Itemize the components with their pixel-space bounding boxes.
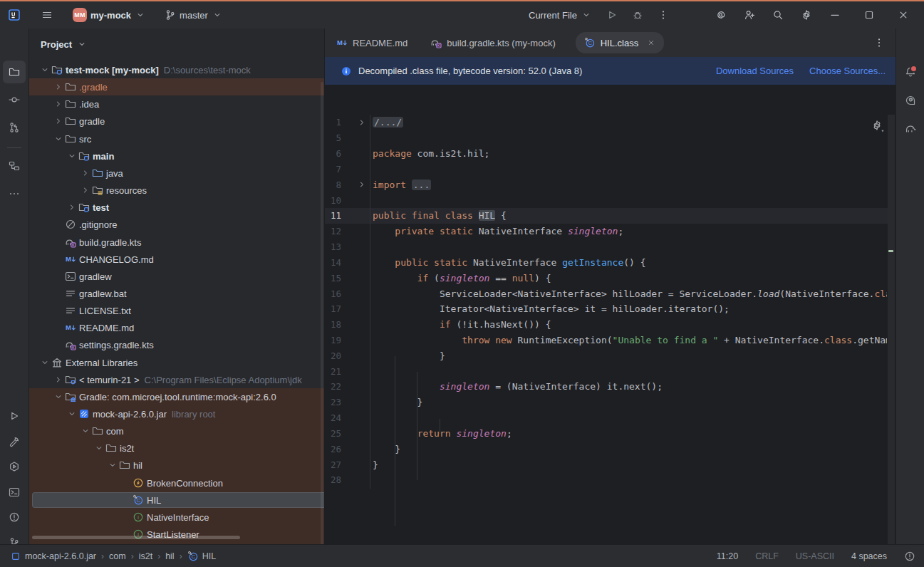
chevron-right-icon[interactable]: [52, 81, 64, 93]
tree-vertical-scrollbar[interactable]: [321, 82, 323, 544]
close-button[interactable]: [893, 5, 913, 25]
ai-assistant-tool-button[interactable]: [899, 89, 922, 112]
tree-horizontal-scrollbar[interactable]: [32, 536, 240, 539]
chevron-down-icon[interactable]: [106, 459, 118, 471]
more-tool-windows-tool-button[interactable]: [3, 182, 26, 205]
chevron-right-icon[interactable]: [79, 184, 91, 196]
search-everywhere-icon[interactable]: [768, 5, 788, 25]
chevron-down-icon[interactable]: [79, 425, 91, 437]
more-actions-icon[interactable]: [653, 5, 673, 25]
tree-row-test-mock-my-mock[interactable]: test-mock [my-mock]D:\sources\test-mock: [29, 61, 324, 78]
commit-tool-button[interactable]: [3, 88, 26, 111]
breadcrumb-item-is2t[interactable]: is2t: [139, 551, 152, 561]
close-tab-icon[interactable]: [645, 37, 657, 48]
tree-row-main[interactable]: main: [29, 147, 324, 165]
vcs-widget[interactable]: master: [165, 9, 223, 21]
tree-row-src[interactable]: src: [29, 130, 324, 147]
tree-row-resources[interactable]: resources: [29, 182, 324, 199]
chevron-down-icon[interactable]: [93, 442, 105, 454]
tree-row-com[interactable]: com: [29, 422, 324, 439]
tree-row-idea[interactable]: .idea: [29, 95, 324, 113]
tree-row-gradle-com-microej-tool-runtime-mock-api-2-6-0[interactable]: Gradle: com.microej.tool.runtime:mock-ap…: [29, 388, 324, 405]
problems-tool-button[interactable]: [3, 506, 26, 529]
tree-row-hil[interactable]: hil: [29, 457, 324, 474]
editor-vertical-scrollbar[interactable]: [888, 115, 895, 567]
folder-icon: [9, 66, 20, 78]
chevron-down-icon[interactable]: [52, 391, 64, 402]
tree-row-gradlew[interactable]: gradlew: [29, 268, 324, 285]
services-tool-button[interactable]: [3, 455, 26, 478]
tree-row-gitignore[interactable]: .gitignore: [29, 216, 324, 233]
choose-sources-link[interactable]: Choose Sources...: [809, 66, 886, 76]
project-widget[interactable]: MM my-mock: [73, 8, 146, 22]
indent-widget[interactable]: 4 spaces: [851, 551, 887, 561]
fold-marker-icon[interactable]: [356, 179, 368, 190]
folded-region[interactable]: /.../: [373, 117, 403, 128]
chevron-right-icon[interactable]: [66, 202, 78, 213]
maximize-button[interactable]: [859, 5, 879, 25]
tree-row-build-gradle-kts[interactable]: Kbuild.gradle.kts: [29, 234, 324, 251]
terminal-tool-button[interactable]: [3, 481, 26, 504]
project-panel-header[interactable]: Project: [41, 36, 88, 53]
tree-row-mock-api-2-6-0-jar[interactable]: mock-api-2.6.0.jarlibrary root: [29, 405, 324, 422]
editor-tab-readme-md[interactable]: MREADME.md: [325, 28, 419, 57]
tree-row-settings-gradle-kts[interactable]: Ksettings.gradle.kts: [29, 336, 324, 353]
settings-icon[interactable]: [796, 5, 816, 25]
breadcrumb-item-hil[interactable]: hil: [165, 551, 175, 561]
tree-row-nativeinterface[interactable]: INativeInterface: [29, 509, 324, 526]
structure-tool-button[interactable]: [3, 155, 26, 177]
editor-tab-build-gradle-kts-my-mock[interactable]: Kbuild.gradle.kts (my-mock): [419, 28, 566, 57]
code-with-me-icon[interactable]: [739, 5, 759, 25]
tree-row-gradlew-bat[interactable]: gradlew.bat: [29, 285, 324, 302]
tree-row-changelog-md[interactable]: MCHANGELOG.md: [29, 251, 324, 268]
chevron-down-icon[interactable]: [38, 64, 51, 76]
chevron-down-icon[interactable]: [52, 133, 64, 145]
tree-row-license-txt[interactable]: LICENSE.txt: [29, 302, 324, 319]
tree-row-external-libraries[interactable]: External Libraries: [29, 354, 324, 371]
tree-row-test[interactable]: test: [29, 199, 324, 216]
run-tool-button[interactable]: [3, 405, 26, 427]
encoding-widget[interactable]: US-ASCII: [796, 551, 834, 561]
chevron-right-icon[interactable]: [52, 374, 64, 385]
tree-row-is2t[interactable]: is2t: [29, 439, 324, 457]
editor-tab-hil-class[interactable]: CHIL.class: [576, 32, 664, 53]
run-button[interactable]: [602, 5, 622, 25]
notifications-tool-button[interactable]: [899, 61, 922, 83]
pull-requests-tool-button[interactable]: [3, 116, 26, 139]
debug-button[interactable]: [628, 5, 648, 25]
breadcrumb-item-com[interactable]: com: [109, 551, 126, 561]
caret-position-widget[interactable]: 11:20: [717, 551, 738, 561]
download-sources-link[interactable]: Download Sources: [716, 66, 794, 76]
tree-row-startlistener[interactable]: IStartListener: [29, 526, 324, 543]
chevron-down-icon[interactable]: [66, 408, 78, 420]
breadcrumb-item-mock-api-2-6-0-jar[interactable]: mock-api-2.6.0.jar: [10, 551, 96, 562]
fold-marker-icon[interactable]: [356, 117, 368, 128]
chevron-right-icon[interactable]: [52, 98, 64, 110]
chevron-right-icon[interactable]: [52, 115, 64, 127]
breadcrumb-item-hil[interactable]: CHIL: [187, 551, 216, 562]
code-editor[interactable]: 1567810111213141516171819202122232425262…: [325, 85, 896, 544]
folded-region[interactable]: ...: [412, 180, 431, 190]
line-ending-widget[interactable]: CRLF: [755, 551, 779, 561]
tab-options-icon[interactable]: [870, 33, 888, 52]
build-tool-button[interactable]: [3, 430, 26, 453]
run-configuration-selector[interactable]: Current File: [529, 9, 592, 21]
ai-assistant-icon[interactable]: [711, 5, 731, 25]
tree-row-brokenconnection[interactable]: BrokenConnection: [29, 474, 324, 491]
tree-row-temurin-21[interactable]: < temurin-21 >C:\Program Files\Eclipse A…: [29, 371, 324, 388]
tree-row-gradle[interactable]: .gradle: [29, 78, 324, 95]
chevron-down-icon[interactable]: [38, 357, 51, 368]
minimize-button[interactable]: [825, 5, 845, 25]
main-menu-icon[interactable]: [37, 5, 57, 25]
tree-row-readme-md[interactable]: MREADME.md: [29, 319, 324, 336]
code-token: [373, 381, 440, 392]
tree-row-gradle[interactable]: gradle: [29, 113, 324, 130]
chevron-right-icon[interactable]: [79, 167, 91, 179]
project-tool-button[interactable]: [3, 61, 26, 83]
tree-row-hil[interactable]: CHIL: [29, 491, 324, 509]
gradle-tool-button[interactable]: [899, 118, 922, 140]
inspections-widget-icon[interactable]: [904, 551, 915, 562]
tree-row-java[interactable]: java: [29, 165, 324, 182]
editor-settings-gear-icon[interactable]: ▾: [871, 120, 884, 131]
chevron-down-icon[interactable]: [66, 150, 78, 162]
